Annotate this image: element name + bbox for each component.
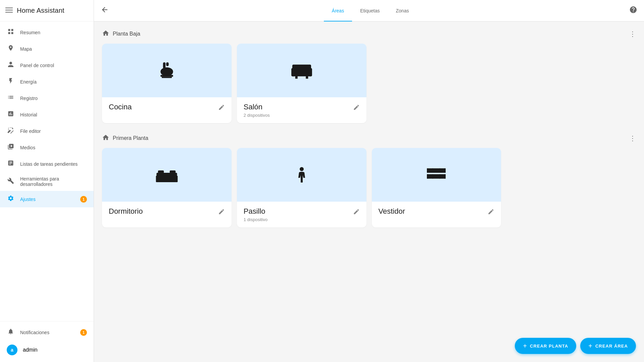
card-info-vestidor: Vestidor	[379, 207, 405, 217]
listas-icon	[7, 160, 15, 168]
sidebar-item-energia[interactable]: Energía	[0, 73, 94, 90]
svg-rect-1	[5, 10, 13, 10]
sidebar-footer: Notificaciones 1 a admin	[0, 321, 94, 362]
card-image-salon	[237, 44, 366, 97]
sidebar-item-registro[interactable]: Registro	[0, 90, 94, 106]
card-image-cocina	[102, 44, 232, 97]
sidebar-item-listas[interactable]: Listas de tareas pendientes	[0, 156, 94, 172]
section-header-primera-planta: Primera Planta ⋮	[102, 134, 636, 143]
card-body-dormitorio: Dormitorio	[102, 202, 232, 222]
section-more-primera-planta[interactable]: ⋮	[629, 134, 636, 142]
edit-icon-dormitorio[interactable]	[218, 208, 225, 217]
section-more-planta-baja[interactable]: ⋮	[629, 30, 636, 38]
crear-planta-plus-icon: +	[523, 343, 527, 349]
menu-icon[interactable]	[5, 6, 13, 15]
sidebar-item-label: Registro	[20, 96, 87, 101]
notifications-icon	[7, 328, 15, 337]
svg-rect-29	[427, 174, 428, 178]
svg-rect-4	[11, 29, 13, 31]
card-image-vestidor	[372, 148, 501, 202]
edit-icon-pasillo[interactable]	[353, 208, 360, 217]
sidebar-user[interactable]: a admin	[0, 341, 94, 359]
area-card-vestidor[interactable]: Vestidor	[372, 148, 501, 227]
tab-zonas[interactable]: Zonas	[388, 0, 417, 21]
area-card-salon[interactable]: Salón 2 dispositivos	[237, 44, 366, 123]
svg-rect-16	[156, 175, 177, 182]
edit-icon-salon[interactable]	[353, 104, 360, 112]
svg-rect-9	[162, 77, 172, 78]
svg-point-22	[300, 167, 304, 171]
edit-icon-vestidor[interactable]	[488, 208, 494, 217]
sidebar-item-label: Energía	[20, 79, 87, 85]
area-card-pasillo[interactable]: Pasillo 1 dispositivo	[237, 148, 366, 227]
sidebar-item-label: File editor	[20, 128, 87, 134]
notifications-label: Notificaciones	[20, 330, 75, 335]
card-info-cocina: Cocina	[109, 103, 132, 113]
sidebar-item-resumen[interactable]: Resumen	[0, 24, 94, 41]
mapa-icon	[7, 45, 15, 53]
area-card-cocina[interactable]: Cocina	[102, 44, 232, 123]
svg-rect-3	[8, 29, 10, 31]
card-info-pasillo: Pasillo 1 dispositivo	[244, 207, 268, 222]
sidebar-item-fileeditor[interactable]: File editor	[0, 123, 94, 139]
main-content: Áreas Etiquetas Zonas Planta Baja	[94, 0, 644, 362]
section-planta-baja: Planta Baja ⋮	[102, 30, 636, 123]
ajustes-icon	[7, 195, 15, 203]
registro-icon	[7, 94, 15, 102]
fileeditor-icon	[7, 127, 15, 135]
historial-icon	[7, 110, 15, 119]
svg-rect-8	[160, 75, 173, 77]
sidebar-item-ajustes[interactable]: Ajustes 1	[0, 191, 94, 207]
help-icon[interactable]	[629, 6, 637, 16]
panel-icon	[7, 61, 15, 69]
sidebar-header: Home Assistant	[0, 0, 94, 21]
svg-rect-12	[308, 68, 312, 76]
top-nav: Áreas Etiquetas Zonas	[94, 0, 644, 21]
back-button[interactable]	[101, 6, 109, 16]
ajustes-badge: 1	[80, 196, 87, 203]
cards-grid-primera-planta: Dormitorio	[102, 148, 636, 227]
tab-areas[interactable]: Áreas	[324, 0, 352, 21]
sidebar-item-mapa[interactable]: Mapa	[0, 41, 94, 57]
edit-icon-cocina[interactable]	[218, 104, 225, 112]
section-primera-planta: Primera Planta ⋮	[102, 134, 636, 227]
area-card-dormitorio[interactable]: Dormitorio	[102, 148, 232, 227]
notifications-badge: 1	[80, 329, 87, 336]
sidebar-item-label: Mapa	[20, 46, 87, 52]
cards-grid-planta-baja: Cocina	[102, 44, 636, 123]
sidebar-item-notifications[interactable]: Notificaciones 1	[0, 324, 94, 341]
card-info-salon: Salón 2 dispositivos	[244, 103, 270, 118]
crear-planta-button[interactable]: + CREAR PLANTA	[515, 338, 576, 354]
section-header-planta-baja: Planta Baja ⋮	[102, 30, 636, 38]
section-title-area-primera: Primera Planta	[102, 134, 148, 143]
herramientas-icon	[7, 177, 15, 186]
sidebar-item-label: Listas de tareas pendientes	[20, 161, 87, 167]
section-title-primera-planta: Primera Planta	[113, 135, 148, 141]
user-label: admin	[23, 347, 87, 353]
svg-rect-28	[427, 174, 446, 178]
card-info-dormitorio: Dormitorio	[109, 207, 143, 217]
svg-rect-6	[11, 32, 13, 34]
crear-area-plus-icon: +	[588, 343, 593, 349]
tab-etiquetas[interactable]: Etiquetas	[352, 0, 388, 21]
section-title-planta-baja: Planta Baja	[113, 31, 140, 37]
svg-rect-13	[292, 65, 311, 69]
svg-rect-21	[176, 175, 178, 182]
sidebar-item-historial[interactable]: Historial	[0, 106, 94, 123]
svg-rect-0	[5, 7, 13, 8]
sidebar-item-label: Herramientas para desarrolladores	[20, 176, 87, 187]
card-body-salon: Salón 2 dispositivos	[237, 97, 366, 123]
crear-area-button[interactable]: + CREAR ÁREA	[580, 338, 636, 354]
sidebar-item-medios[interactable]: Medios	[0, 139, 94, 156]
sidebar-item-label: Medios	[20, 145, 87, 150]
card-name-dormitorio: Dormitorio	[109, 207, 143, 216]
svg-rect-18	[158, 170, 164, 173]
card-name-salon: Salón	[244, 103, 270, 111]
crear-planta-label: CREAR PLANTA	[530, 344, 568, 349]
sidebar-item-panel[interactable]: Panel de control	[0, 57, 94, 73]
sidebar-nav: Resumen Mapa Panel de control Energía	[0, 21, 94, 321]
crear-area-label: CREAR ÁREA	[595, 344, 628, 349]
sidebar-item-label: Resumen	[20, 30, 87, 35]
sidebar-item-herramientas[interactable]: Herramientas para desarrolladores	[0, 172, 94, 191]
user-avatar: a	[7, 345, 17, 355]
